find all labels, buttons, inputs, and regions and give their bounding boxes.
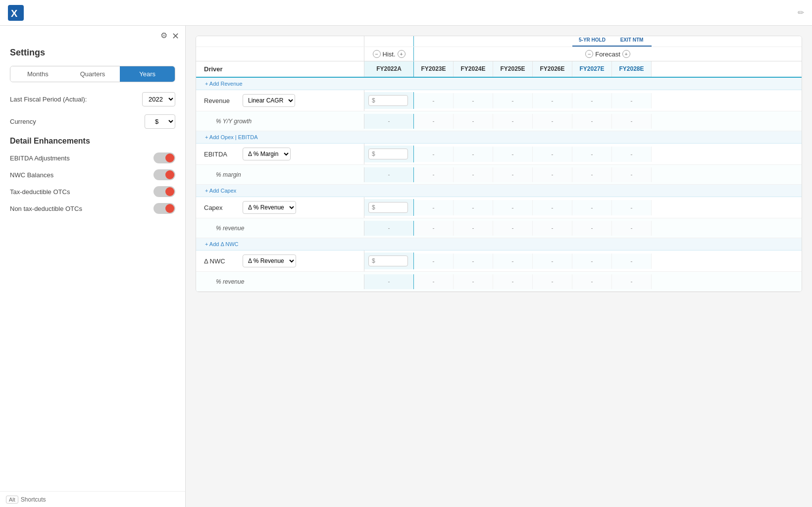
ebitda-dollar-sign: $ xyxy=(372,151,375,157)
add-revenue-btn[interactable]: + Add Revenue xyxy=(202,80,246,88)
main-layout: ⚙ ✕ Settings Months Quarters Years Last … xyxy=(0,26,812,507)
ebitda-margin-fy2028e: - xyxy=(612,167,652,182)
exit-ntm-label: EXIT NTM xyxy=(612,36,652,47)
ebitda-hist-input[interactable] xyxy=(376,151,401,157)
capex-fy2026e: - xyxy=(533,200,572,215)
ebitda-driver-select[interactable]: Δ % Margin % Revenue Manual xyxy=(243,148,291,160)
revenue-fy2027e: - xyxy=(572,93,612,108)
currency-label: Currency xyxy=(10,118,145,125)
revenue-fy2024e: - xyxy=(454,93,493,108)
ebitda-margin-fy2024e: - xyxy=(454,167,493,182)
nwc-row: Δ NWC Δ % Revenue % Revenue Manual $ xyxy=(196,251,802,272)
ebitda-margin-driver-cell: % margin xyxy=(196,167,364,182)
revenue-driver-select[interactable]: Linear CAGR % Growth Manual xyxy=(243,94,295,107)
hist-plus-btn[interactable]: + xyxy=(398,50,406,58)
nwc-balances-row: NWC Balances xyxy=(10,169,175,180)
add-revenue-section: + Add Revenue xyxy=(196,78,802,90)
revenue-growth-hist: - xyxy=(364,114,414,129)
5yr-hold-label: 5-YR HOLD xyxy=(572,36,612,47)
revenue-growth-fy2027e: - xyxy=(572,114,612,129)
ebitda-margin-fy2026e: - xyxy=(533,167,572,182)
forecast-plus-btn[interactable]: + xyxy=(622,50,630,58)
capex-revenue-fy2026e: - xyxy=(533,221,572,236)
capex-driver-select[interactable]: Δ % Revenue % Revenue Manual xyxy=(243,201,296,214)
non-tax-deductible-otcs-toggle[interactable] xyxy=(153,203,175,214)
capex-revenue-fy2027e: - xyxy=(572,221,612,236)
add-nwc-btn[interactable]: + Add Δ NWC xyxy=(202,240,242,248)
tab-quarters[interactable]: Quarters xyxy=(65,66,120,82)
capex-revenue-hist: - xyxy=(364,221,414,236)
nwc-revenue-fy2024e: - xyxy=(454,274,493,289)
non-tax-deductible-otcs-label: Non tax-deductible OTCs xyxy=(10,205,153,212)
group-header-row: − Hist. + − Forecast + xyxy=(196,47,802,61)
tab-months[interactable]: Months xyxy=(10,66,65,82)
fiscal-period-select[interactable]: 2022 2021 2020 2023 xyxy=(142,92,175,106)
nwc-dollar-sign: $ xyxy=(372,257,375,264)
nwc-fy2023e: - xyxy=(414,254,454,269)
nwc-balances-label: NWC Balances xyxy=(10,171,153,179)
bottom-bar: Alt Shortcuts xyxy=(0,491,185,507)
ebitda-margin-fy2025e: - xyxy=(493,167,533,182)
capex-fy2027e: - xyxy=(572,200,612,215)
edit-icon[interactable]: ✏ xyxy=(798,8,804,17)
close-icon[interactable]: ✕ xyxy=(172,31,179,42)
ebitda-adjustments-toggle[interactable] xyxy=(153,152,175,163)
super-label-row: 5-YR HOLD EXIT NTM xyxy=(196,36,802,47)
fy2028e-header: FY2028E xyxy=(612,61,652,77)
revenue-growth-label: % Y/Y growth xyxy=(204,118,252,125)
ebitda-margin-row: % margin - - - - - - - xyxy=(196,165,802,185)
revenue-growth-fy2023e: - xyxy=(414,114,454,129)
capex-driver-cell: Capex Δ % Revenue % Revenue Manual xyxy=(196,197,364,218)
hist-label: Hist. xyxy=(383,51,396,58)
nwc-driver-select[interactable]: Δ % Revenue % Revenue Manual xyxy=(243,254,296,267)
nwc-fy2026e: - xyxy=(533,254,572,269)
nwc-balances-toggle[interactable] xyxy=(153,169,175,180)
nwc-revenue-fy2026e: - xyxy=(533,274,572,289)
hist-group: − Hist. + xyxy=(364,47,414,61)
ebitda-margin-label: % margin xyxy=(204,171,241,178)
fy2022a-header: FY2022A xyxy=(364,61,414,77)
ebitda-hist-input-wrap: $ xyxy=(368,149,408,159)
nwc-hist-input[interactable] xyxy=(376,257,401,264)
ebitda-margin-fy2027e: - xyxy=(572,167,612,182)
period-tabs: Months Quarters Years xyxy=(10,66,175,82)
revenue-hist-input[interactable] xyxy=(376,97,401,104)
shortcuts-label: Shortcuts xyxy=(21,496,46,503)
tab-years[interactable]: Years xyxy=(120,66,175,82)
nwc-fy2025e: - xyxy=(493,254,533,269)
add-capex-btn[interactable]: + Add Capex xyxy=(202,187,239,195)
capex-revenue-fy2025e: - xyxy=(493,221,533,236)
alt-label: Alt xyxy=(6,496,18,504)
nwc-fy2024e: - xyxy=(454,254,493,269)
nwc-revenue-hist: - xyxy=(364,274,414,289)
column-headers-row: Driver FY2022A FY2023E FY2024E FY2025E F… xyxy=(196,61,802,78)
detail-enhancements-title: Detail Enhancements xyxy=(10,137,175,146)
add-ebitda-btn[interactable]: + Add Opex | EBITDA xyxy=(202,133,261,141)
ebitda-margin-hist: - xyxy=(364,167,414,182)
ebitda-fy2026e: - xyxy=(533,147,572,162)
gear-icon[interactable]: ⚙ xyxy=(160,31,167,40)
tax-deductible-otcs-toggle[interactable] xyxy=(153,186,175,197)
nwc-revenue-row: % revenue - - - - - - - xyxy=(196,272,802,292)
forecast-minus-btn[interactable]: − xyxy=(585,50,593,58)
model-title-input[interactable]: Untitled Model xyxy=(30,7,792,18)
nwc-revenue-fy2023e: - xyxy=(414,274,454,289)
main-content: 5-YR HOLD EXIT NTM − Hist. + − Forecast … xyxy=(186,26,812,507)
fiscal-period-row: Last Fiscal Period (Actual): 2022 2021 2… xyxy=(10,92,175,106)
add-capex-section: + Add Capex xyxy=(196,185,802,197)
currency-select[interactable]: $ € £ ¥ xyxy=(145,114,175,129)
fy2024e-header: FY2024E xyxy=(454,61,493,77)
revenue-growth-driver-cell: % Y/Y growth xyxy=(196,114,364,129)
revenue-fy2028e: - xyxy=(612,93,652,108)
svg-text:X: X xyxy=(11,8,18,19)
ebitda-label: EBITDA xyxy=(204,151,239,158)
model-table-wrapper: 5-YR HOLD EXIT NTM − Hist. + − Forecast … xyxy=(196,36,802,292)
hist-minus-btn[interactable]: − xyxy=(373,50,381,58)
capex-hist-input[interactable] xyxy=(376,204,401,211)
capex-hist-cell: $ xyxy=(364,199,414,216)
revenue-hist-cell: $ xyxy=(364,92,414,109)
revenue-growth-row: % Y/Y growth - - - - - - - xyxy=(196,111,802,131)
capex-row: Capex Δ % Revenue % Revenue Manual $ xyxy=(196,197,802,218)
revenue-fy2026e: - xyxy=(533,93,572,108)
revenue-growth-fy2025e: - xyxy=(493,114,533,129)
